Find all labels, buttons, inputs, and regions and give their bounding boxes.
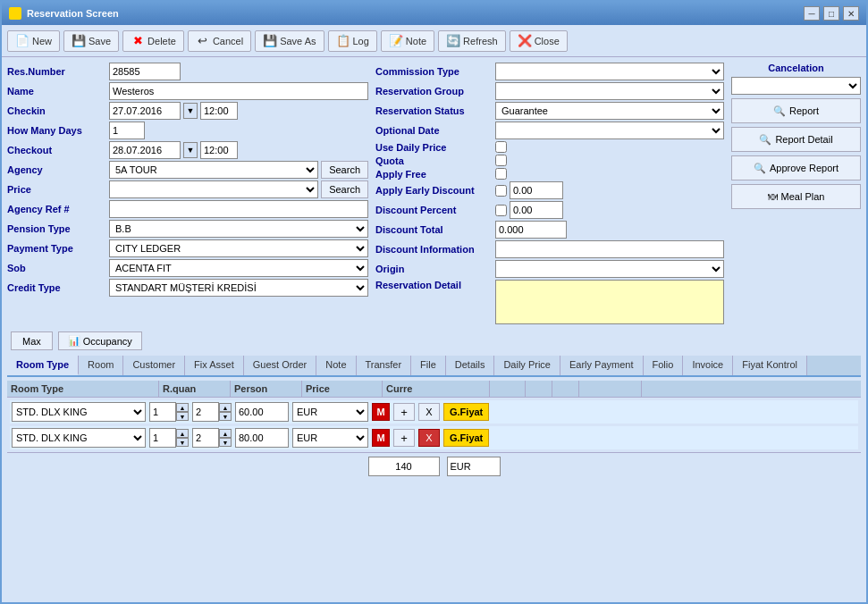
delete-icon: ✖	[131, 34, 145, 48]
row2-persons-down[interactable]: ▼	[219, 438, 232, 447]
price-select[interactable]	[109, 180, 318, 198]
name-input[interactable]	[109, 82, 368, 100]
payment-row: Payment Type CITY LEDGER	[7, 239, 368, 257]
row2-persons-input[interactable]	[192, 428, 219, 448]
checkout-time-input[interactable]	[200, 141, 238, 159]
quota-checkbox[interactable]	[495, 155, 507, 166]
row1-persons-input[interactable]	[192, 402, 219, 422]
row2-quantity-input[interactable]	[149, 428, 176, 448]
note-button[interactable]: 📝 Note	[381, 30, 434, 52]
cancelation-select[interactable]	[731, 77, 861, 95]
save-button[interactable]: 💾 Save	[63, 30, 119, 52]
apply-free-checkbox[interactable]	[495, 168, 507, 180]
close-button[interactable]: ❌ Close	[510, 30, 568, 52]
row1-gfiyat-button[interactable]: G.Fiyat	[443, 403, 489, 421]
row1-plus-button[interactable]: +	[393, 403, 415, 421]
row2-quantity-down[interactable]: ▼	[176, 438, 189, 447]
report-icon: 🔍	[773, 105, 786, 117]
discount-percent-input[interactable]	[510, 201, 563, 219]
discount-info-input[interactable]	[495, 240, 724, 258]
agency-select[interactable]: 5A TOUR	[109, 161, 318, 179]
row2-x-button[interactable]: X	[418, 429, 440, 447]
payment-select[interactable]: CITY LEDGER	[109, 239, 368, 257]
tab-file[interactable]: File	[411, 356, 446, 375]
row1-quantity-up[interactable]: ▲	[176, 403, 189, 412]
checkin-time-input[interactable]	[200, 102, 238, 120]
early-discount-checkbox[interactable]	[495, 185, 507, 197]
report-detail-button[interactable]: 🔍 Report Detail	[731, 127, 861, 152]
res-detail-textarea[interactable]	[495, 280, 724, 324]
approve-report-button[interactable]: 🔍 Approve Report	[731, 155, 861, 180]
row2-persons-up[interactable]: ▲	[219, 429, 232, 438]
tab-room-type[interactable]: Room Type	[7, 356, 79, 375]
tab-customer[interactable]: Customer	[123, 356, 185, 375]
new-button[interactable]: 📄 New	[7, 30, 60, 52]
tab-room[interactable]: Room	[79, 356, 123, 375]
howmanydays-label: How Many Days	[7, 125, 105, 136]
tab-transfer[interactable]: Transfer	[357, 356, 412, 375]
report-button[interactable]: 🔍 Report	[731, 98, 861, 123]
price-search-button[interactable]: Search	[321, 180, 368, 198]
tab-note[interactable]: Note	[316, 356, 356, 375]
res-group-select[interactable]	[495, 82, 724, 100]
commission-select[interactable]	[495, 63, 724, 80]
daily-price-checkbox[interactable]	[495, 141, 507, 153]
meal-plan-button[interactable]: 🍽 Meal Plan	[731, 184, 861, 209]
agency-ref-input[interactable]	[109, 200, 368, 218]
row1-room-type-select[interactable]: STD. DLX KING	[12, 402, 146, 422]
credit-label: Credit Type	[7, 282, 105, 293]
checkout-date-input[interactable]	[109, 141, 181, 159]
tab-folio[interactable]: Folio	[644, 356, 684, 375]
row2-plus-button[interactable]: +	[393, 429, 415, 447]
howmanydays-input[interactable]	[109, 122, 145, 139]
close-window-button[interactable]: ✕	[843, 6, 859, 21]
tab-guest-order[interactable]: Guest Order	[244, 356, 317, 375]
row2-m-button[interactable]: M	[372, 429, 390, 447]
minimize-button[interactable]: ─	[804, 6, 820, 21]
row2-room-type-select[interactable]: STD. DLX KING	[12, 428, 146, 448]
tab-early-payment[interactable]: Early Payment	[560, 356, 644, 375]
maximize-button[interactable]: □	[823, 6, 839, 21]
cancel-button[interactable]: ↩ Cancel	[188, 30, 251, 52]
row2-currency-select[interactable]: EUR	[292, 428, 368, 448]
checkin-date-input[interactable]	[109, 102, 181, 120]
row2-gfiyat-button[interactable]: G.Fiyat	[443, 429, 489, 447]
tab-details[interactable]: Details	[446, 356, 495, 375]
discount-percent-checkbox[interactable]	[495, 205, 507, 216]
log-button[interactable]: 📋 Log	[328, 30, 377, 52]
total-value-input[interactable]	[368, 457, 440, 476]
row1-m-button[interactable]: M	[372, 403, 390, 421]
optional-date-select[interactable]	[495, 122, 724, 139]
res-status-select[interactable]: Guarantee	[495, 102, 724, 120]
row1-persons-down[interactable]: ▼	[219, 412, 232, 421]
refresh-button[interactable]: 🔄 Refresh	[438, 30, 506, 52]
row1-quantity-input[interactable]	[149, 402, 176, 422]
row2-quantity-up[interactable]: ▲	[176, 429, 189, 438]
sob-select[interactable]: ACENTA FIT	[109, 259, 368, 277]
saveas-button[interactable]: 💾 Save As	[255, 30, 324, 52]
checkout-date-picker[interactable]: ▼	[183, 142, 198, 158]
max-button[interactable]: Max	[11, 331, 53, 350]
res-number-input[interactable]	[109, 63, 181, 80]
tab-fiyat-kontrol[interactable]: Fiyat Kontrol	[733, 356, 807, 375]
occupancy-button[interactable]: 📊 Occupancy	[58, 331, 142, 350]
total-currency-input[interactable]	[447, 457, 501, 476]
early-discount-input[interactable]	[510, 181, 563, 199]
discount-total-input[interactable]	[495, 221, 567, 239]
tab-fix-asset[interactable]: Fix Asset	[185, 356, 244, 375]
origin-select[interactable]	[495, 260, 724, 278]
row1-price-input[interactable]	[235, 402, 289, 422]
tab-daily-price[interactable]: Daily Price	[494, 356, 560, 375]
delete-button[interactable]: ✖ Delete	[122, 30, 184, 52]
row1-persons-up[interactable]: ▲	[219, 403, 232, 412]
tab-invoice[interactable]: Invoice	[683, 356, 733, 375]
row2-price-input[interactable]	[235, 428, 289, 448]
agency-search-button[interactable]: Search	[321, 161, 368, 179]
row1-currency-select[interactable]: EUR	[292, 402, 368, 422]
pension-select[interactable]: B.B	[109, 220, 368, 238]
credit-select[interactable]: STANDART MÜŞTERİ KREDİSİ	[109, 279, 368, 297]
window-controls: ─ □ ✕	[804, 6, 859, 21]
checkin-date-picker[interactable]: ▼	[183, 103, 198, 119]
row1-x-button[interactable]: X	[418, 403, 440, 421]
row1-quantity-down[interactable]: ▼	[176, 412, 189, 421]
